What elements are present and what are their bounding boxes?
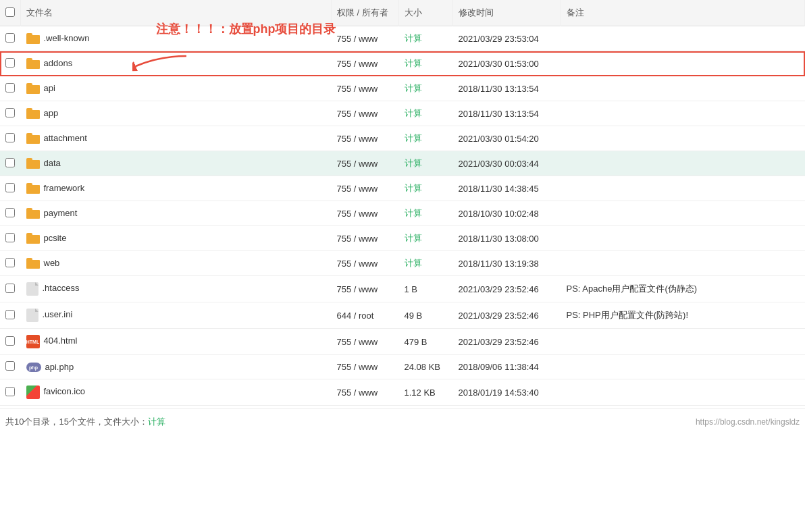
file-name[interactable]: data [26,158,61,168]
ico-icon [26,385,40,399]
calc-size-link[interactable]: 计算 [405,208,422,218]
row-checkbox[interactable] [5,183,15,192]
folder-icon [26,33,40,44]
row-checkbox[interactable] [5,133,15,142]
table-row: .well-known755 / www计算2021/03/29 23:53:0… [0,26,805,51]
file-date: 2021/03/29 23:53:04 [453,26,561,51]
select-all-checkbox[interactable] [5,7,15,17]
header-note[interactable]: 备注 [561,0,805,26]
file-name[interactable]: app [26,108,59,118]
file-name[interactable]: phpapi.php [26,362,74,372]
file-name[interactable]: .user.ini [26,309,73,319]
header-size[interactable]: 大小 [399,0,453,26]
table-row: .htaccess755 / www1 B2021/03/29 23:52:46… [0,276,805,302]
file-date: 2021/03/30 00:03:44 [453,151,561,176]
file-date: 2021/03/29 23:52:46 [453,329,561,355]
file-size: 计算 [399,76,453,101]
row-checkbox[interactable] [5,361,15,371]
calc-size-link[interactable]: 计算 [405,233,422,243]
calc-size-link[interactable]: 计算 [405,258,422,268]
calc-size-link[interactable]: 计算 [405,133,422,143]
file-size: 479 B [399,329,453,355]
file-permission: 755 / www [332,176,399,201]
row-checkbox[interactable] [5,310,15,319]
file-note [561,151,805,176]
header-checkbox-col [0,0,21,26]
file-note: PS: Apache用户配置文件(伪静态) [561,276,805,302]
php-icon: php [26,363,41,372]
file-name[interactable]: payment [26,208,78,218]
footer-text: 共10个目录，15个文件，文件大小： [5,417,148,427]
file-size: 1 B [399,276,453,302]
footer-bar: 共10个目录，15个文件，文件大小：计算 https://blog.csdn.n… [0,408,805,435]
row-checkbox[interactable] [5,258,15,267]
calc-size-link[interactable]: 计算 [405,33,422,43]
file-name[interactable]: framework [26,183,85,193]
footer-calc-link[interactable]: 计算 [148,417,165,427]
file-note [561,126,805,151]
file-name[interactable]: attachment [26,133,87,143]
html-icon: HTML [26,335,40,348]
table-row: pcsite755 / www计算2018/11/30 13:08:00 [0,226,805,251]
calc-size-link[interactable]: 计算 [405,183,422,193]
file-note [561,201,805,226]
file-date: 2018/01/19 14:53:40 [453,379,561,406]
file-name[interactable]: .htaccess [26,283,80,293]
table-row: phpapi.php755 / www24.08 KB2018/09/06 11… [0,355,805,379]
header-filename[interactable]: 文件名 [21,0,332,26]
file-note: PS: PHP用户配置文件(防跨站)! [561,302,805,329]
row-checkbox[interactable] [5,158,15,167]
file-permission: 755 / www [332,26,399,51]
file-permission: 755 / www [332,226,399,251]
file-note [561,251,805,276]
calc-size-link[interactable]: 计算 [405,83,422,93]
file-permission: 755 / www [332,51,399,76]
table-row: payment755 / www计算2018/10/30 10:02:48 [0,201,805,226]
file-size: 计算 [399,251,453,276]
row-checkbox[interactable] [5,336,15,346]
file-name[interactable]: api [26,83,55,93]
file-permission: 755 / www [332,251,399,276]
row-checkbox[interactable] [5,387,15,396]
table-row: data755 / www计算2021/03/30 00:03:44 [0,151,805,176]
calc-size-link[interactable]: 计算 [405,58,422,68]
calc-size-link[interactable]: 计算 [405,158,422,168]
table-row: api755 / www计算2018/11/30 13:13:54 [0,76,805,101]
table-row: favicon.ico755 / www1.12 KB2018/01/19 14… [0,379,805,406]
folder-icon [26,208,40,219]
file-name[interactable]: web [26,258,60,268]
file-date: 2021/03/30 01:54:20 [453,126,561,151]
file-note [561,76,805,101]
csdn-link[interactable]: https://blog.csdn.net/kingsldz [696,417,800,427]
row-checkbox[interactable] [5,208,15,217]
folder-icon [26,258,40,269]
file-name[interactable]: HTML404.html [26,336,78,346]
file-permission: 755 / www [332,76,399,101]
file-note [561,101,805,126]
file-name[interactable]: .well-known [26,33,90,43]
file-name[interactable]: addons [26,58,73,68]
file-note [561,176,805,201]
row-checkbox[interactable] [5,284,15,293]
header-permission[interactable]: 权限 / 所有者 [332,0,399,26]
folder-icon [26,108,40,119]
row-checkbox[interactable] [5,233,15,242]
file-date: 2018/11/30 13:13:54 [453,101,561,126]
table-row: HTML404.html755 / www479 B2021/03/29 23:… [0,329,805,355]
row-checkbox[interactable] [5,108,15,117]
row-checkbox[interactable] [5,33,15,43]
row-checkbox[interactable] [5,83,15,92]
file-date: 2018/10/30 10:02:48 [453,201,561,226]
row-checkbox[interactable] [5,58,15,68]
file-permission: 755 / www [332,151,399,176]
folder-icon [26,133,40,144]
file-size: 计算 [399,101,453,126]
calc-size-link[interactable]: 计算 [405,108,422,118]
file-size: 计算 [399,26,453,51]
file-date: 2018/11/30 13:08:00 [453,226,561,251]
file-note [561,226,805,251]
file-permission: 644 / root [332,302,399,329]
header-date[interactable]: 修改时间 [453,0,561,26]
file-name[interactable]: pcsite [26,233,67,243]
file-name[interactable]: favicon.ico [26,386,85,396]
